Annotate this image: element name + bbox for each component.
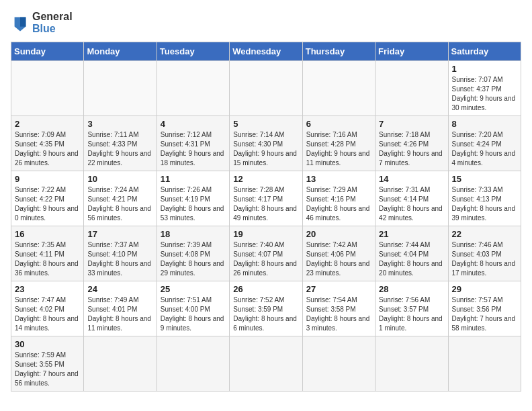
- day-info: Sunrise: 7:46 AM Sunset: 4:03 PM Dayligh…: [452, 240, 517, 278]
- day-number: 4: [161, 119, 226, 129]
- calendar-cell: 4Sunrise: 7:12 AM Sunset: 4:31 PM Daylig…: [157, 116, 229, 171]
- day-info: Sunrise: 7:51 AM Sunset: 4:00 PM Dayligh…: [161, 295, 226, 333]
- calendar-cell: 23Sunrise: 7:47 AM Sunset: 4:02 PM Dayli…: [11, 281, 84, 336]
- calendar-cell: 9Sunrise: 7:22 AM Sunset: 4:22 PM Daylig…: [11, 171, 84, 226]
- calendar-table: SundayMondayTuesdayWednesdayThursdayFrid…: [11, 42, 521, 392]
- day-info: Sunrise: 7:26 AM Sunset: 4:19 PM Dayligh…: [161, 185, 226, 223]
- calendar-cell: 26Sunrise: 7:52 AM Sunset: 3:59 PM Dayli…: [230, 281, 302, 336]
- calendar-cell: [11, 61, 84, 116]
- day-number: 23: [15, 284, 80, 294]
- day-number: 18: [161, 229, 226, 239]
- logo-text: General Blue: [32, 11, 73, 35]
- day-number: 26: [233, 284, 298, 294]
- day-number: 17: [87, 229, 152, 239]
- calendar-cell: 27Sunrise: 7:54 AM Sunset: 3:58 PM Dayli…: [302, 281, 375, 336]
- day-info: Sunrise: 7:18 AM Sunset: 4:26 PM Dayligh…: [379, 130, 444, 168]
- day-info: Sunrise: 7:49 AM Sunset: 4:01 PM Dayligh…: [87, 295, 152, 333]
- day-info: Sunrise: 7:24 AM Sunset: 4:21 PM Dayligh…: [87, 185, 152, 223]
- day-info: Sunrise: 7:35 AM Sunset: 4:11 PM Dayligh…: [15, 240, 80, 278]
- day-number: 29: [452, 284, 517, 294]
- logo-icon: [11, 13, 30, 32]
- calendar-cell: 15Sunrise: 7:33 AM Sunset: 4:13 PM Dayli…: [448, 171, 521, 226]
- day-info: Sunrise: 7:14 AM Sunset: 4:30 PM Dayligh…: [233, 130, 298, 168]
- calendar-cell: 7Sunrise: 7:18 AM Sunset: 4:26 PM Daylig…: [375, 116, 448, 171]
- calendar-cell: [84, 61, 157, 116]
- weekday-header-friday: Friday: [375, 42, 448, 61]
- page-header: General Blue: [11, 11, 521, 35]
- day-number: 13: [306, 174, 371, 184]
- day-info: Sunrise: 7:54 AM Sunset: 3:58 PM Dayligh…: [306, 295, 371, 333]
- calendar-cell: [302, 61, 375, 116]
- day-number: 11: [161, 174, 226, 184]
- calendar-cell: 30Sunrise: 7:59 AM Sunset: 3:55 PM Dayli…: [11, 336, 84, 392]
- day-number: 10: [87, 174, 152, 184]
- day-number: 2: [15, 119, 80, 129]
- calendar-cell: [84, 336, 157, 392]
- day-info: Sunrise: 7:28 AM Sunset: 4:17 PM Dayligh…: [233, 185, 298, 223]
- weekday-header-monday: Monday: [84, 42, 157, 61]
- calendar-cell: 1Sunrise: 7:07 AM Sunset: 4:37 PM Daylig…: [448, 61, 521, 116]
- calendar-week-row: 1Sunrise: 7:07 AM Sunset: 4:37 PM Daylig…: [11, 61, 521, 116]
- calendar-cell: 2Sunrise: 7:09 AM Sunset: 4:35 PM Daylig…: [11, 116, 84, 171]
- calendar-cell: 19Sunrise: 7:40 AM Sunset: 4:07 PM Dayli…: [230, 226, 302, 281]
- calendar-cell: [230, 61, 302, 116]
- day-number: 19: [233, 229, 298, 239]
- calendar-cell: [375, 336, 448, 392]
- calendar-week-row: 16Sunrise: 7:35 AM Sunset: 4:11 PM Dayli…: [11, 226, 521, 281]
- day-info: Sunrise: 7:59 AM Sunset: 3:55 PM Dayligh…: [15, 351, 80, 388]
- calendar-cell: 5Sunrise: 7:14 AM Sunset: 4:30 PM Daylig…: [230, 116, 302, 171]
- calendar-cell: 29Sunrise: 7:57 AM Sunset: 3:56 PM Dayli…: [448, 281, 521, 336]
- calendar-week-row: 9Sunrise: 7:22 AM Sunset: 4:22 PM Daylig…: [11, 171, 521, 226]
- calendar-week-row: 30Sunrise: 7:59 AM Sunset: 3:55 PM Dayli…: [11, 336, 521, 392]
- calendar-cell: 28Sunrise: 7:56 AM Sunset: 3:57 PM Dayli…: [375, 281, 448, 336]
- day-number: 30: [15, 339, 80, 349]
- calendar-cell: 21Sunrise: 7:44 AM Sunset: 4:04 PM Dayli…: [375, 226, 448, 281]
- day-info: Sunrise: 7:44 AM Sunset: 4:04 PM Dayligh…: [379, 240, 444, 278]
- calendar-cell: [157, 336, 229, 392]
- day-number: 3: [87, 119, 152, 129]
- day-info: Sunrise: 7:40 AM Sunset: 4:07 PM Dayligh…: [233, 240, 298, 278]
- day-info: Sunrise: 7:42 AM Sunset: 4:06 PM Dayligh…: [306, 240, 371, 278]
- calendar-cell: [302, 336, 375, 392]
- day-number: 6: [306, 119, 371, 129]
- calendar-cell: 18Sunrise: 7:39 AM Sunset: 4:08 PM Dayli…: [157, 226, 229, 281]
- day-info: Sunrise: 7:12 AM Sunset: 4:31 PM Dayligh…: [161, 130, 226, 168]
- day-info: Sunrise: 7:47 AM Sunset: 4:02 PM Dayligh…: [15, 295, 80, 333]
- day-number: 28: [379, 284, 444, 294]
- day-info: Sunrise: 7:22 AM Sunset: 4:22 PM Dayligh…: [15, 185, 80, 223]
- calendar-cell: 25Sunrise: 7:51 AM Sunset: 4:00 PM Dayli…: [157, 281, 229, 336]
- day-info: Sunrise: 7:20 AM Sunset: 4:24 PM Dayligh…: [452, 130, 517, 168]
- day-number: 25: [161, 284, 226, 294]
- weekday-header-saturday: Saturday: [448, 42, 521, 61]
- day-info: Sunrise: 7:39 AM Sunset: 4:08 PM Dayligh…: [161, 240, 226, 278]
- calendar-week-row: 2Sunrise: 7:09 AM Sunset: 4:35 PM Daylig…: [11, 116, 521, 171]
- weekday-header-sunday: Sunday: [11, 42, 84, 61]
- logo: General Blue: [11, 11, 73, 35]
- day-number: 9: [15, 174, 80, 184]
- day-number: 24: [87, 284, 152, 294]
- day-info: Sunrise: 7:16 AM Sunset: 4:28 PM Dayligh…: [306, 130, 371, 168]
- calendar-cell: 6Sunrise: 7:16 AM Sunset: 4:28 PM Daylig…: [302, 116, 375, 171]
- calendar-cell: [448, 336, 521, 392]
- calendar-cell: [230, 336, 302, 392]
- day-info: Sunrise: 7:57 AM Sunset: 3:56 PM Dayligh…: [452, 295, 517, 333]
- day-info: Sunrise: 7:07 AM Sunset: 4:37 PM Dayligh…: [452, 75, 517, 113]
- calendar-cell: 13Sunrise: 7:29 AM Sunset: 4:16 PM Dayli…: [302, 171, 375, 226]
- day-number: 14: [379, 174, 444, 184]
- day-number: 15: [452, 174, 517, 184]
- day-info: Sunrise: 7:11 AM Sunset: 4:33 PM Dayligh…: [87, 130, 152, 168]
- day-number: 16: [15, 229, 80, 239]
- day-number: 22: [452, 229, 517, 239]
- day-number: 1: [452, 64, 517, 74]
- calendar-header-row: SundayMondayTuesdayWednesdayThursdayFrid…: [11, 42, 521, 61]
- calendar-cell: 20Sunrise: 7:42 AM Sunset: 4:06 PM Dayli…: [302, 226, 375, 281]
- day-number: 12: [233, 174, 298, 184]
- calendar-cell: 17Sunrise: 7:37 AM Sunset: 4:10 PM Dayli…: [84, 226, 157, 281]
- calendar-cell: [157, 61, 229, 116]
- day-number: 20: [306, 229, 371, 239]
- calendar-cell: 10Sunrise: 7:24 AM Sunset: 4:21 PM Dayli…: [84, 171, 157, 226]
- calendar-cell: 11Sunrise: 7:26 AM Sunset: 4:19 PM Dayli…: [157, 171, 229, 226]
- weekday-header-wednesday: Wednesday: [230, 42, 302, 61]
- day-number: 21: [379, 229, 444, 239]
- day-info: Sunrise: 7:52 AM Sunset: 3:59 PM Dayligh…: [233, 295, 298, 333]
